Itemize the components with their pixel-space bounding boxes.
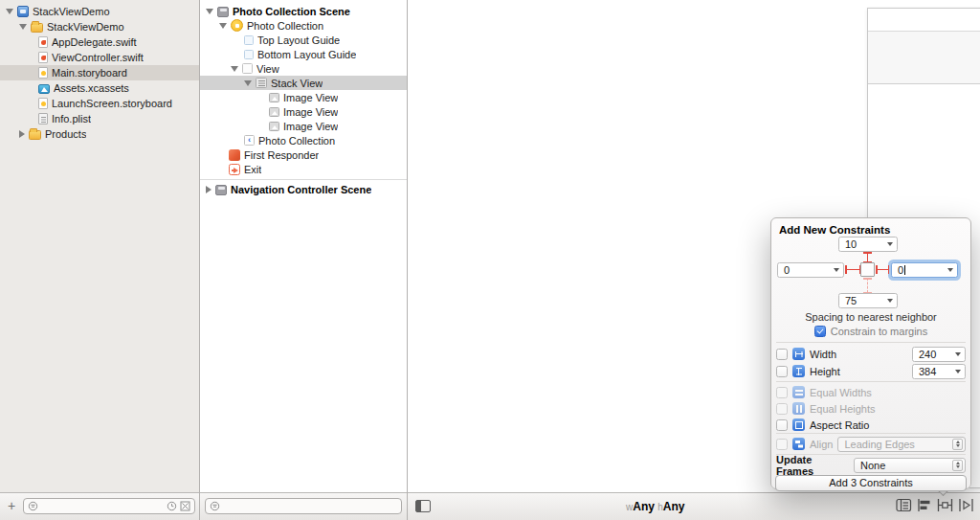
view-icon [242, 63, 253, 74]
simulated-navigation-bar[interactable]: Photo Collection [868, 32, 980, 84]
chevron-down-icon[interactable] [887, 242, 893, 246]
disclosure-triangle-icon[interactable] [244, 80, 252, 86]
top-spacing-value: 10 [845, 238, 857, 250]
outline-item-view-controller[interactable]: Photo Collection [200, 18, 407, 33]
outline-item-exit[interactable]: Exit [200, 162, 407, 176]
outline-item-image-view[interactable]: Image View [200, 119, 407, 133]
leading-constraint-beam[interactable] [845, 269, 860, 271]
add-constraints-popover: Add New Constraints 10 0 0 75 Spacing to… [770, 217, 971, 489]
disclosure-triangle-icon[interactable] [206, 9, 213, 14]
panel-divider [199, 0, 200, 520]
disclosure-triangle-icon[interactable] [231, 66, 238, 72]
chevron-down-icon[interactable] [947, 268, 953, 272]
resolve-auto-layout-issues-button[interactable] [958, 498, 974, 512]
popup-stepper-icon [952, 460, 963, 471]
disclosure-triangle-icon[interactable] [206, 186, 212, 193]
outline-item-label: Top Layout Guide [257, 34, 340, 46]
embed-in-stack-button[interactable] [896, 498, 912, 512]
size-class-indicator[interactable]: wAny hAny [626, 500, 684, 513]
height-class-value: Any [663, 500, 685, 513]
navigator-item-group[interactable]: Products [0, 126, 199, 142]
pin-constraints-button[interactable] [937, 498, 953, 512]
storyboard-file-icon [38, 67, 48, 79]
align-popup[interactable]: Leading Edges [837, 437, 966, 452]
spacing-caption: Spacing to nearest neighbor [771, 311, 970, 323]
navigator-item-file[interactable]: LaunchScreen.storyboard [0, 96, 199, 111]
width-value-field[interactable]: 240 [912, 347, 966, 362]
disclosure-triangle-icon[interactable] [219, 23, 227, 29]
equal-widths-row: Equal Widths [776, 384, 966, 400]
chevron-down-icon[interactable] [887, 299, 893, 303]
navigator-item-file[interactable]: AppDelegate.swift [0, 34, 199, 50]
text-cursor [904, 265, 905, 275]
outline-item-layout-guide[interactable]: Top Layout Guide [200, 33, 407, 47]
filter-icon [210, 501, 220, 511]
trailing-spacing-field-focused[interactable]: 0 [891, 262, 958, 278]
leading-spacing-value: 0 [784, 264, 790, 276]
image-view-icon [269, 93, 279, 102]
navigator-item-project[interactable]: StackViewDemo [0, 4, 199, 19]
equal-widths-label: Equal Widths [810, 387, 872, 398]
popover-title: Add New Constraints [779, 224, 890, 236]
outline-item-label: Image View [283, 106, 338, 118]
disclosure-triangle-icon[interactable] [19, 130, 25, 138]
height-value: 384 [919, 366, 936, 377]
height-value-field[interactable]: 384 [912, 364, 966, 379]
navigator-item-file[interactable]: Info.plist [0, 111, 199, 126]
constrain-to-margins-checkbox[interactable] [814, 326, 826, 337]
outline-item-stack-view-selected[interactable]: Stack View [200, 76, 407, 90]
navigator-item-label: AppDelegate.swift [52, 36, 137, 48]
height-checkbox[interactable] [776, 366, 788, 377]
recent-files-clock-icon[interactable] [167, 501, 177, 511]
align-checkbox[interactable] [776, 439, 788, 450]
width-checkbox[interactable] [776, 349, 788, 360]
bottom-constraint-beam-inactive[interactable] [867, 278, 869, 293]
constraint-center-square [860, 262, 875, 277]
chevron-down-icon[interactable] [955, 370, 961, 373]
chevron-down-icon[interactable] [834, 268, 839, 272]
navigator-filter-field[interactable] [23, 498, 195, 514]
outline-item-scene[interactable]: Navigation Controller Scene [200, 182, 407, 196]
image-view-icon [269, 122, 279, 131]
outline-item-scene[interactable]: Photo Collection Scene [200, 4, 407, 18]
outline-item-navigation-item[interactable]: ‹ Photo Collection [200, 133, 407, 147]
top-constraint-beam[interactable] [867, 252, 869, 262]
equal-widths-checkbox[interactable] [776, 387, 788, 398]
trailing-constraint-beam[interactable] [876, 269, 889, 271]
top-spacing-field[interactable]: 10 [838, 237, 898, 252]
swift-file-icon [38, 52, 48, 63]
outline-item-view[interactable]: View [200, 61, 407, 76]
add-file-button[interactable]: + [8, 498, 15, 513]
width-value: 240 [919, 349, 936, 360]
project-icon [17, 6, 29, 17]
add-constraints-button[interactable]: Add 3 Constraints [775, 475, 967, 491]
chevron-down-icon[interactable] [955, 352, 961, 356]
equal-heights-icon [792, 402, 805, 415]
outline-filter-field[interactable] [205, 498, 402, 514]
back-indicator-icon: ‹ [244, 135, 255, 146]
leading-spacing-field[interactable]: 0 [777, 262, 844, 278]
document-outline: Photo Collection Scene Photo Collection … [200, 0, 407, 520]
navigator-item-file[interactable]: ViewController.swift [0, 50, 199, 65]
align-button[interactable] [917, 498, 932, 512]
equal-heights-checkbox[interactable] [776, 403, 788, 415]
outline-item-image-view[interactable]: Image View [200, 104, 407, 119]
outline-item-label: Photo Collection [258, 135, 335, 147]
update-frames-popup[interactable]: None [854, 458, 966, 473]
navigator-item-label: ViewController.swift [52, 52, 144, 63]
document-outline-toggle-button[interactable] [415, 500, 431, 512]
navigator-item-file-selected[interactable]: Main.storyboard [0, 65, 199, 80]
navigator-item-file[interactable]: Assets.xcassets [0, 80, 199, 96]
disclosure-triangle-icon[interactable] [6, 9, 13, 14]
outline-item-layout-guide[interactable]: Bottom Layout Guide [200, 47, 407, 61]
disclosure-triangle-icon[interactable] [19, 24, 27, 30]
height-constraint-icon [792, 365, 805, 377]
outline-item-first-responder[interactable]: First Responder [200, 147, 407, 162]
navigator-item-group[interactable]: StackViewDemo [0, 19, 199, 34]
outline-item-image-view[interactable]: Image View [200, 90, 407, 104]
trailing-spacing-value: 0 [898, 264, 903, 276]
bottom-spacing-field[interactable]: 75 [838, 293, 898, 308]
folder-icon [31, 23, 43, 33]
unsaved-files-filter-icon[interactable] [180, 501, 190, 511]
aspect-ratio-checkbox[interactable] [776, 419, 788, 431]
